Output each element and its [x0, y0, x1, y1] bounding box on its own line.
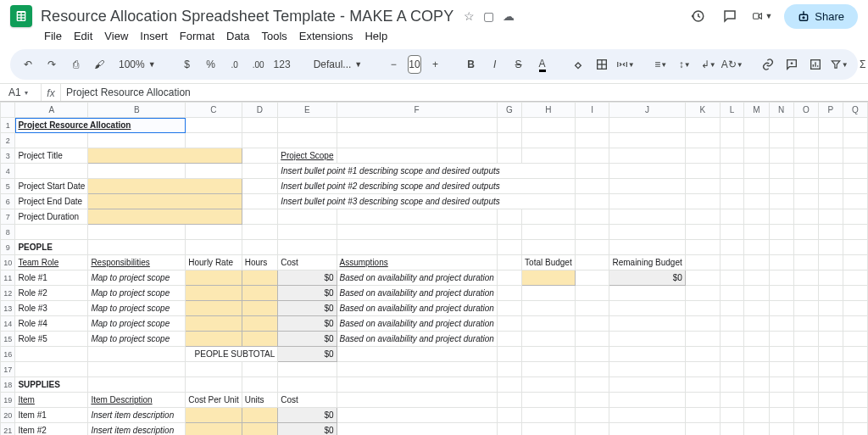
cell-O9[interactable] [793, 240, 818, 255]
cell-J10[interactable]: Remaining Budget [609, 255, 685, 270]
cell-N1[interactable] [769, 118, 793, 133]
cell-O2[interactable] [793, 133, 818, 148]
cell-E14[interactable]: $0 [278, 316, 337, 332]
cell-J12[interactable] [609, 286, 685, 301]
cell-C21[interactable] [186, 423, 242, 436]
cell-Q9[interactable] [843, 240, 867, 255]
column-header-I[interactable]: I [575, 103, 609, 118]
cell-K16[interactable] [685, 347, 720, 362]
cell-D17[interactable] [242, 362, 278, 377]
row-header-13[interactable]: 13 [1, 301, 15, 316]
cell-N5[interactable] [769, 179, 793, 194]
cell-M10[interactable] [744, 255, 770, 270]
cell-L2[interactable] [720, 133, 743, 148]
cell-O1[interactable] [793, 118, 818, 133]
cell-C12[interactable] [186, 286, 242, 301]
cell-A2[interactable] [15, 133, 88, 148]
cell-E21[interactable]: $0 [278, 423, 337, 436]
cell-A18[interactable]: SUPPLIES [15, 377, 88, 393]
cell-C4[interactable] [186, 164, 242, 179]
cell-B2[interactable] [88, 133, 186, 148]
cell-H11[interactable] [522, 270, 576, 286]
cell-D11[interactable] [242, 270, 278, 286]
cell-L13[interactable] [720, 301, 743, 316]
cell-M15[interactable] [744, 332, 770, 347]
cell-K15[interactable] [685, 332, 720, 347]
cell-B4[interactable] [88, 164, 186, 179]
number-format-button[interactable]: 123 [273, 54, 292, 75]
cell-N7[interactable] [769, 209, 793, 225]
cell-G20[interactable] [497, 408, 521, 423]
cell-L19[interactable] [720, 393, 743, 408]
cell-J6[interactable] [609, 194, 685, 209]
cell-Q5[interactable] [843, 179, 867, 194]
menu-tools[interactable]: Tools [256, 28, 292, 44]
cell-J16[interactable] [609, 347, 685, 362]
cell-I5[interactable] [575, 179, 609, 194]
meet-icon[interactable]: ▼ [752, 6, 772, 26]
cell-J18[interactable] [609, 377, 685, 393]
cell-G10[interactable] [497, 255, 521, 270]
cell-G9[interactable] [497, 240, 521, 255]
cell-Q7[interactable] [843, 209, 867, 225]
cell-H20[interactable] [522, 408, 576, 423]
cell-M5[interactable] [744, 179, 770, 194]
column-header-Q[interactable]: Q [843, 103, 867, 118]
cell-K1[interactable] [685, 118, 720, 133]
cell-N21[interactable] [769, 423, 793, 436]
column-header-A[interactable]: A [15, 103, 88, 118]
cell-F3[interactable] [337, 148, 497, 164]
cell-I13[interactable] [575, 301, 609, 316]
valign-button[interactable]: ↕▼ [676, 54, 694, 75]
cell-B11[interactable]: Map to project scope [88, 270, 186, 286]
cell-K14[interactable] [685, 316, 720, 332]
cell-L9[interactable] [720, 240, 743, 255]
cell-G15[interactable] [497, 332, 521, 347]
fill-color-button[interactable] [569, 54, 587, 75]
cell-D15[interactable] [242, 332, 278, 347]
row-header-21[interactable]: 21 [1, 423, 15, 436]
merge-button[interactable]: ▼ [616, 54, 635, 75]
cell-M12[interactable] [744, 286, 770, 301]
cell-M14[interactable] [744, 316, 770, 332]
cell-P11[interactable] [818, 270, 843, 286]
sheets-logo[interactable] [10, 5, 32, 27]
cell-B8[interactable] [88, 225, 186, 240]
cell-I4[interactable] [575, 164, 609, 179]
cell-G7[interactable] [497, 209, 521, 225]
cell-B17[interactable] [88, 362, 186, 377]
cell-J13[interactable] [609, 301, 685, 316]
history-icon[interactable] [687, 6, 708, 26]
cell-H14[interactable] [522, 316, 576, 332]
cell-I16[interactable] [575, 347, 609, 362]
column-header-G[interactable]: G [497, 103, 521, 118]
percent-button[interactable]: % [202, 54, 220, 75]
cell-E10[interactable]: Cost [278, 255, 337, 270]
cell-P3[interactable] [818, 148, 843, 164]
cell-A10[interactable]: Team Role [15, 255, 88, 270]
cell-K12[interactable] [685, 286, 720, 301]
cell-H7[interactable] [522, 209, 576, 225]
cell-I3[interactable] [575, 148, 609, 164]
cell-M3[interactable] [744, 148, 770, 164]
cell-F1[interactable] [337, 118, 497, 133]
row-header-1[interactable]: 1 [1, 118, 15, 133]
cell-B13[interactable]: Map to project scope [88, 301, 186, 316]
cell-H9[interactable] [522, 240, 576, 255]
cell-P19[interactable] [818, 393, 843, 408]
cell-Q3[interactable] [843, 148, 867, 164]
cell-D19[interactable]: Units [242, 393, 278, 408]
cell-N2[interactable] [769, 133, 793, 148]
cell-M11[interactable] [744, 270, 770, 286]
column-header-O[interactable]: O [793, 103, 818, 118]
cell-A1[interactable]: Project Resource Allocation [15, 118, 186, 133]
cell-K8[interactable] [685, 225, 720, 240]
cell-P6[interactable] [818, 194, 843, 209]
cell-H2[interactable] [522, 133, 576, 148]
cell-P12[interactable] [818, 286, 843, 301]
cell-B7[interactable] [88, 209, 242, 225]
cell-M1[interactable] [744, 118, 770, 133]
cell-A21[interactable]: Item #2 [15, 423, 88, 436]
cell-M13[interactable] [744, 301, 770, 316]
print-button[interactable]: ⎙ [66, 54, 85, 75]
